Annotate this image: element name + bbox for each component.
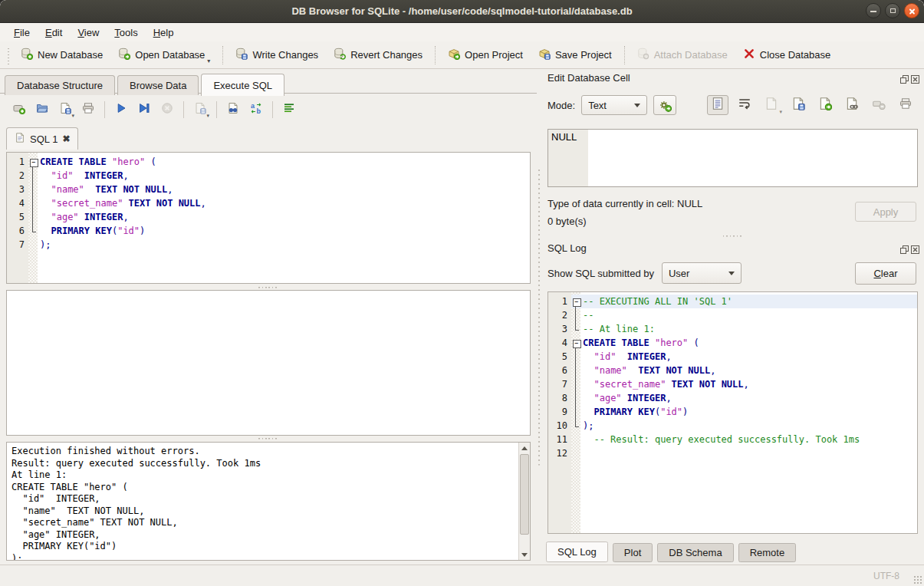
tab-database-structure[interactable]: Database Structure bbox=[5, 75, 115, 95]
close-tab-icon[interactable]: ✖ bbox=[62, 133, 70, 144]
stop-execution-icon bbox=[161, 102, 173, 117]
sql-toolbar-print-sql[interactable] bbox=[78, 100, 98, 120]
dropdown-arrow-icon[interactable]: ▾ bbox=[207, 58, 210, 64]
save-as-icon bbox=[791, 97, 805, 114]
cell-toolbar-link-data[interactable] bbox=[841, 95, 863, 115]
main-tab-bar: Database StructureBrowse DataExecute SQL bbox=[5, 72, 287, 94]
title-bar[interactable]: DB Browser for SQLite - /home/user/code/… bbox=[0, 0, 924, 23]
code-line: 4 "secret_name" TEXT NOT NULL, bbox=[7, 196, 530, 210]
menu-tools[interactable]: Tools bbox=[107, 25, 145, 40]
sql-toolbar-stop-execution[interactable] bbox=[157, 100, 177, 120]
apply-button[interactable]: Apply bbox=[855, 202, 916, 222]
auto-format-icon bbox=[283, 102, 295, 117]
cell-toolbar-open-file[interactable]: ▾ bbox=[761, 95, 782, 115]
log-line: Result: query executed successfully. Too… bbox=[12, 458, 525, 470]
splitter-editor-results[interactable] bbox=[6, 285, 531, 290]
svg-text:a: a bbox=[251, 102, 255, 110]
close-button[interactable] bbox=[904, 3, 919, 18]
cell-toolbar-text-mode[interactable] bbox=[707, 95, 728, 115]
find-replace-icon: ab bbox=[250, 102, 262, 117]
cell-value-editor[interactable]: NULL bbox=[547, 129, 918, 187]
close-panel-icon[interactable] bbox=[911, 243, 919, 257]
menu-edit[interactable]: Edit bbox=[38, 25, 70, 40]
sql-toolbar-find-replace[interactable]: ab bbox=[246, 100, 266, 120]
splitter-results-log[interactable] bbox=[6, 436, 531, 441]
maximize-button[interactable] bbox=[885, 3, 900, 18]
log-line: "age" INTEGER, bbox=[12, 529, 525, 542]
toolbar-button-write-changes[interactable]: Write Changes bbox=[228, 44, 326, 66]
dock-tab-bar: SQL LogPlotDB SchemaRemote bbox=[546, 542, 801, 562]
log-line: "id" INTEGER, bbox=[12, 493, 525, 505]
sql-toolbar-new-sql-tab[interactable] bbox=[9, 100, 29, 120]
window-title: DB Browser for SQLite - /home/user/code/… bbox=[0, 5, 924, 17]
toolbar-button-attach-database[interactable]: Attach Database bbox=[630, 44, 735, 66]
sql-editor[interactable]: 1CREATE TABLE "hero" (2 "id" INTEGER,3 "… bbox=[6, 152, 531, 284]
log-line: "name" TEXT NOT NULL, bbox=[12, 505, 525, 518]
mode-combobox[interactable]: Text bbox=[581, 95, 647, 115]
new-database-icon bbox=[21, 48, 33, 62]
cell-type-info: Type of data currently in cell: NULL bbox=[547, 198, 702, 209]
scrollbar[interactable] bbox=[518, 443, 530, 560]
sql-toolbar-save-results[interactable]: ▾ bbox=[190, 100, 210, 120]
toolbar-button-open-database[interactable]: Open Database▾ bbox=[110, 44, 218, 66]
toolbar-handle[interactable] bbox=[5, 46, 11, 64]
menu-view[interactable]: View bbox=[70, 25, 107, 40]
log-line: PRIMARY KEY("id") bbox=[12, 541, 525, 553]
print-cell-icon bbox=[899, 97, 912, 113]
code-line: 9 PRIMARY KEY("id") bbox=[548, 405, 917, 419]
sql-toolbar-save-sql-file[interactable]: ▾ bbox=[55, 100, 75, 120]
toolbar-button-save-project[interactable]: Save Project bbox=[531, 44, 620, 66]
open-sql-file-icon bbox=[36, 102, 48, 117]
sql-log-filter-combobox[interactable]: User bbox=[662, 262, 742, 284]
minimize-button[interactable] bbox=[866, 3, 881, 18]
tab-execute-sql[interactable]: Execute SQL bbox=[201, 74, 284, 96]
dock-tab-plot[interactable]: Plot bbox=[613, 543, 653, 562]
dock-tab-remote[interactable]: Remote bbox=[738, 543, 797, 562]
float-panel-icon[interactable] bbox=[900, 73, 909, 87]
execute-sql-pane: Database StructureBrowse DataExecute SQL… bbox=[0, 69, 537, 565]
splitter-cell-log[interactable] bbox=[541, 233, 924, 239]
menu-file[interactable]: File bbox=[6, 25, 38, 40]
status-bar: UTF-8 bbox=[0, 565, 924, 586]
dock-tab-sql-log[interactable]: SQL Log bbox=[546, 542, 608, 562]
sql-tab[interactable]: SQL 1 ✖ bbox=[6, 127, 78, 150]
cell-toolbar-set-null[interactable] bbox=[868, 95, 889, 115]
scrollbar-thumb[interactable] bbox=[520, 454, 529, 535]
main-area: Database StructureBrowse DataExecute SQL… bbox=[0, 69, 924, 565]
sql-toolbar-find-in-sql[interactable] bbox=[223, 100, 243, 120]
cell-toolbar-print-cell[interactable] bbox=[895, 95, 916, 115]
toolbar-button-close-database[interactable]: Close Database bbox=[735, 44, 839, 66]
scroll-up-icon[interactable] bbox=[519, 443, 530, 453]
minimize-icon bbox=[870, 11, 876, 12]
sql-toolbar-execute-all[interactable] bbox=[111, 100, 131, 120]
resize-grip[interactable] bbox=[913, 575, 922, 584]
execution-log[interactable]: Execution finished without errors.Result… bbox=[6, 442, 531, 561]
toolbar-button-new-database[interactable]: New Database bbox=[13, 44, 110, 66]
cell-toolbar-word-wrap[interactable] bbox=[734, 95, 755, 115]
log-line: At line 1: bbox=[12, 469, 525, 482]
toolbar-button-open-project[interactable]: Open Project bbox=[440, 44, 531, 66]
save-results-icon bbox=[194, 102, 206, 117]
sql-log-view[interactable]: 1-- EXECUTING ALL IN 'SQL 1'2--3-- At li… bbox=[547, 291, 918, 534]
cell-toolbar-save-as[interactable] bbox=[788, 95, 809, 115]
auto-switch-mode-button[interactable] bbox=[653, 95, 676, 115]
menu-help[interactable]: Help bbox=[146, 25, 182, 40]
results-pane[interactable] bbox=[6, 290, 531, 436]
sql-toolbar-open-sql-file[interactable] bbox=[32, 100, 52, 120]
sql-toolbar-auto-format[interactable] bbox=[279, 100, 299, 120]
svg-text:b: b bbox=[257, 107, 261, 114]
open-file-icon bbox=[765, 97, 778, 114]
close-panel-icon[interactable] bbox=[911, 73, 919, 87]
code-line: 8 "age" INTEGER, bbox=[548, 391, 917, 405]
tab-browse-data[interactable]: Browse Data bbox=[117, 75, 199, 95]
cell-toolbar-export-data[interactable] bbox=[814, 95, 836, 115]
scroll-down-icon[interactable] bbox=[519, 549, 530, 560]
code-line: 5 "age" INTEGER, bbox=[7, 210, 530, 224]
sql-toolbar-execute-current-line[interactable] bbox=[134, 100, 154, 120]
dock-tab-db-schema[interactable]: DB Schema bbox=[657, 543, 733, 562]
toolbar-button-revert-changes[interactable]: Revert Changes bbox=[326, 44, 430, 66]
sql-editor-code[interactable]: 1CREATE TABLE "hero" (2 "id" INTEGER,3 "… bbox=[7, 153, 530, 252]
clear-log-button[interactable]: Clear bbox=[855, 262, 916, 285]
code-line: 10); bbox=[548, 419, 917, 433]
float-panel-icon[interactable] bbox=[900, 243, 909, 257]
